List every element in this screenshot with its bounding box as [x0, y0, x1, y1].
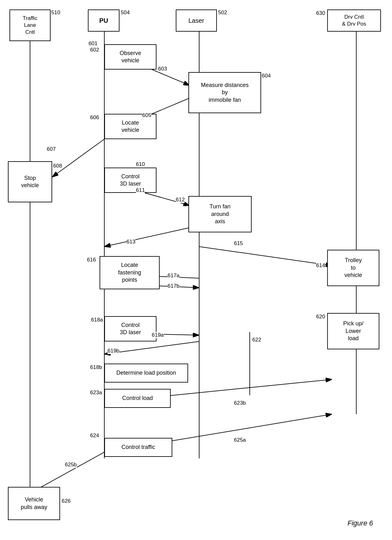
- label-615: 615: [234, 240, 243, 247]
- drv-cntl-box: Drv Cntl& Drv Pos: [327, 9, 381, 32]
- label-617b: 617b: [168, 283, 180, 289]
- control-3d-laser-1-box: Control3D laser: [104, 168, 156, 193]
- label-605: 605: [142, 112, 151, 119]
- label-602: 602: [90, 47, 99, 53]
- label-613: 613: [126, 239, 135, 245]
- determine-load-box: Determine load position: [104, 364, 188, 383]
- label-504: 504: [121, 9, 130, 16]
- label-610: 610: [136, 161, 145, 168]
- measure-distances-box: Measure distancesbyimmobile fan: [188, 72, 261, 113]
- pu-box: PU: [88, 9, 119, 32]
- label-618a: 618a: [91, 317, 103, 323]
- label-502: 502: [218, 9, 227, 16]
- label-606: 606: [90, 114, 99, 121]
- label-622: 622: [252, 337, 261, 343]
- label-616: 616: [87, 257, 96, 263]
- traffic-lane-cntl-box: TrafficLaneCntl: [9, 9, 51, 41]
- label-614: 614: [316, 262, 325, 269]
- label-612: 612: [176, 197, 185, 203]
- figure-label: Figure 6: [347, 519, 373, 527]
- label-601: 601: [89, 40, 97, 47]
- label-617a: 617a: [168, 273, 180, 279]
- pick-up-lower-box: Pick up/Lowerload: [327, 313, 379, 349]
- label-607: 607: [47, 146, 56, 152]
- label-510: 510: [51, 9, 60, 16]
- locate-fastening-box: Locatefasteningpoints: [100, 256, 160, 289]
- svg-line-12: [199, 247, 332, 266]
- control-traffic-box: Control traffic: [104, 438, 172, 457]
- turn-fan-box: Turn fanaroundaxis: [188, 196, 252, 232]
- svg-line-8: [52, 139, 104, 177]
- label-625a: 625a: [234, 437, 246, 443]
- label-619a: 619a: [152, 332, 164, 338]
- label-623b: 623b: [234, 400, 246, 406]
- label-620: 620: [316, 314, 325, 320]
- label-626: 626: [62, 498, 70, 504]
- label-618b: 618b: [90, 364, 102, 371]
- control-load-box: Control load: [104, 389, 171, 408]
- label-603: 603: [158, 66, 167, 72]
- label-630: 630: [316, 10, 325, 16]
- label-604: 604: [262, 73, 271, 79]
- label-608: 608: [53, 163, 62, 169]
- label-623a: 623a: [90, 390, 102, 396]
- diagram: TrafficLaneCntl 510 PU 504 Laser 502 Drv…: [0, 0, 392, 540]
- control-3d-laser-2-box: Control3D laser: [104, 316, 156, 341]
- stop-vehicle-box: Stopvehicle: [8, 161, 52, 202]
- label-611: 611: [136, 187, 145, 193]
- trolley-to-vehicle-box: Trolleytovehicle: [327, 250, 379, 286]
- svg-line-11: [104, 228, 190, 247]
- label-625b: 625b: [65, 462, 77, 468]
- vehicle-pulls-away-box: Vehiclepulls away: [8, 487, 60, 520]
- label-624: 624: [90, 433, 99, 439]
- laser-box: Laser: [176, 9, 217, 32]
- label-619b: 619b: [107, 348, 119, 354]
- observe-vehicle-box: Observevehicle: [104, 44, 156, 70]
